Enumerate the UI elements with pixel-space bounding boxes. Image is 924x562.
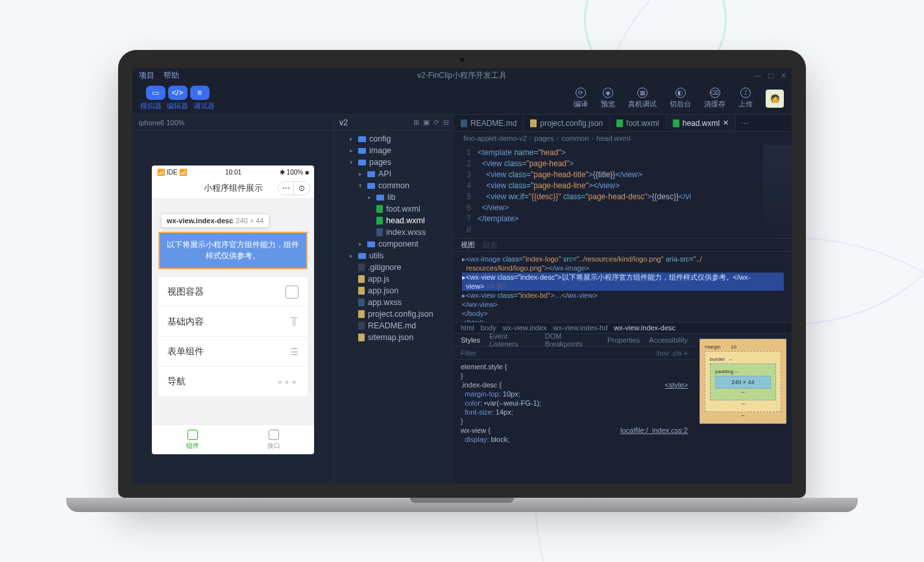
box-model[interactable]: margin 10 border – padding – 240 × 44 – … — [694, 334, 792, 483]
file-sitemap[interactable]: {}sitemap.json — [334, 332, 454, 343]
tabs-overflow[interactable]: ⋯ — [736, 115, 754, 131]
folder-lib[interactable]: ▸lib — [334, 191, 454, 203]
capsule-button[interactable]: ⋯⊙ — [278, 181, 310, 195]
dom-breadcrumb[interactable]: html body wx-view.index wx-view.index-hd… — [454, 322, 792, 334]
capsule-close-icon[interactable]: ⊙ — [294, 182, 310, 195]
folder-icon — [358, 136, 366, 142]
event-listeners-tab[interactable]: Event Listeners — [489, 334, 536, 348]
list-item[interactable]: 基础内容𝕋 — [158, 307, 308, 337]
tab-components[interactable]: 组件 — [152, 425, 233, 454]
css-rules[interactable]: element.style { } .index-desc {<style> m… — [454, 360, 694, 446]
element-inspector-tooltip: wx-view.index-desc240 × 44 — [161, 214, 269, 228]
list-item[interactable]: 导航∘∘∘ — [158, 367, 308, 397]
devtools-tab-view[interactable]: 视图 — [461, 240, 475, 250]
collapse-icon[interactable]: ⊟ — [443, 118, 449, 127]
tab-readme[interactable]: README.md — [454, 115, 524, 131]
menubar: 项目 帮助 v2-FinClip小程序开发工具 — ▢ ✕ — [132, 68, 792, 82]
new-file-icon[interactable]: ⊞ — [413, 118, 419, 127]
file-head-wxml[interactable]: head.wxml — [334, 215, 454, 226]
editor-toggle[interactable]: </> — [168, 86, 188, 100]
breadcrumb[interactable]: fino-applet-demo-v2› pages› common› head… — [454, 132, 792, 145]
simulator-device-label[interactable]: iphone6 100% — [132, 115, 334, 130]
filter-input[interactable]: Filter — [461, 349, 476, 357]
user-avatar[interactable]: 🧑 — [766, 90, 784, 108]
more-icon: ∘∘∘ — [277, 376, 298, 387]
wxml-icon — [616, 119, 623, 127]
properties-tab[interactable]: Properties — [607, 336, 640, 344]
devtools-tabs: 视图 日志 — [454, 239, 792, 252]
file-project-config[interactable]: {}project.config.json — [334, 308, 454, 320]
text-icon: 𝕋 — [290, 315, 298, 329]
minimize-icon[interactable]: — — [754, 71, 761, 80]
filter-actions[interactable]: :hov .cls + — [655, 349, 688, 357]
camera-icon — [460, 58, 464, 62]
status-carrier: 📶 IDE 📶 — [157, 169, 187, 176]
remote-debug-button[interactable]: ▦真机调试 — [628, 88, 657, 109]
close-icon[interactable]: ✕ — [781, 71, 786, 80]
wxss-icon — [358, 299, 365, 306]
json-icon: {} — [358, 334, 365, 341]
tab-api[interactable]: 接口 — [233, 425, 314, 454]
page-title: 小程序组件展示 — [204, 182, 263, 194]
file-tree[interactable]: ▸config ▸image ▾pages ▸API ▾common ▸lib … — [334, 130, 454, 346]
folder-icon — [358, 148, 366, 154]
highlighted-element[interactable]: 以下将展示小程序官方组件能力，组件样式仅供参考。 — [158, 232, 308, 269]
new-folder-icon[interactable]: ▣ — [423, 118, 430, 127]
file-index-wxss[interactable]: index.wxss — [334, 226, 454, 238]
menu-help[interactable]: 帮助 — [164, 70, 179, 81]
tab-foot-wxml[interactable]: foot.wxml — [610, 115, 666, 131]
folder-icon — [358, 160, 366, 165]
folder-common[interactable]: ▾common — [334, 180, 454, 191]
tab-project-config[interactable]: {}project.config.json — [524, 115, 610, 131]
js-icon: JS — [358, 275, 365, 283]
close-icon[interactable]: ✕ — [723, 119, 729, 127]
accessibility-tab[interactable]: Accessibility — [649, 336, 688, 344]
folder-api[interactable]: ▸API — [334, 168, 454, 180]
code-content[interactable]: <template name="head"> <view class="page… — [478, 147, 691, 236]
preview-button[interactable]: ◉预览 — [601, 88, 615, 109]
menu-project[interactable]: 项目 — [139, 70, 154, 81]
dom-tree[interactable]: ▸<wx-image class="index-logo" src="../re… — [454, 252, 792, 322]
debugger-label: 调试器 — [193, 101, 215, 111]
simulator-toggle[interactable]: ▭ — [146, 86, 165, 100]
capsule-menu-icon[interactable]: ⋯ — [278, 182, 294, 195]
folder-image[interactable]: ▸image — [334, 145, 454, 156]
styles-tab[interactable]: Styles — [461, 336, 480, 344]
folder-icon — [358, 253, 366, 259]
editor-tabs: README.md {}project.config.json foot.wxm… — [454, 115, 792, 132]
file-app-json[interactable]: {}app.json — [334, 285, 454, 297]
phone-tabbar: 组件 接口 — [152, 424, 314, 454]
editor-label: 编辑器 — [167, 101, 188, 111]
debugger-toggle[interactable]: ≡ — [190, 86, 210, 100]
folder-pages[interactable]: ▾pages — [334, 156, 454, 168]
folder-utils[interactable]: ▸utils — [334, 250, 454, 262]
status-battery: ✱ 100% ■ — [280, 169, 309, 176]
compile-button[interactable]: ⟳编译 — [574, 88, 588, 109]
folder-config[interactable]: ▸config — [334, 133, 454, 145]
laptop-base — [66, 498, 858, 512]
code-editor[interactable]: 12345678 <template name="head"> <view cl… — [454, 145, 792, 239]
file-app-wxss[interactable]: app.wxss — [334, 297, 454, 308]
file-readme[interactable]: README.md — [334, 320, 454, 332]
file-gitignore[interactable]: .gitignore — [334, 262, 454, 273]
list-item[interactable]: 视图容器 — [158, 277, 308, 307]
maximize-icon[interactable]: ▢ — [768, 71, 774, 80]
simulator-label: 模拟器 — [140, 101, 162, 111]
folder-component[interactable]: ▸component — [334, 238, 454, 250]
file-explorer: v2 ⊞ ▣ ⟳ ⊟ ▸config ▸image ▾pages ▸API ▾c… — [334, 115, 454, 483]
tab-head-wxml[interactable]: head.wxml✕ — [666, 115, 736, 131]
background-button[interactable]: ◧切后台 — [670, 88, 691, 109]
refresh-icon[interactable]: ⟳ — [433, 118, 439, 127]
project-root-name[interactable]: v2 — [339, 118, 348, 127]
window-title: v2-FinClip小程序开发工具 — [417, 70, 507, 81]
minimap[interactable] — [763, 145, 792, 238]
file-app-js[interactable]: JSapp.js — [334, 273, 454, 285]
file-foot-wxml[interactable]: foot.wxml — [334, 203, 454, 215]
list-item[interactable]: 表单组件☰ — [158, 337, 308, 367]
devtools-tab-other[interactable]: 日志 — [483, 240, 497, 250]
dom-breakpoints-tab[interactable]: DOM Breakpoints — [545, 334, 598, 348]
clear-cache-button[interactable]: ⌫清缓存 — [704, 88, 725, 109]
status-time: 10:01 — [225, 169, 241, 176]
explorer-header: v2 ⊞ ▣ ⟳ ⊟ — [334, 115, 454, 130]
upload-button[interactable]: ⤴上传 — [738, 88, 753, 109]
